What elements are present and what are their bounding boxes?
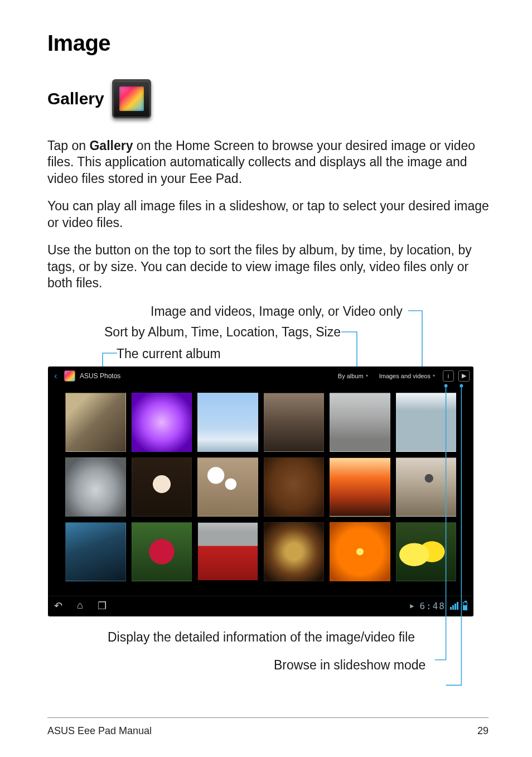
thumbnail[interactable] bbox=[330, 522, 390, 581]
status-area[interactable]: ▶ 6:48 bbox=[410, 601, 467, 611]
gallery-mini-icon[interactable] bbox=[64, 370, 75, 382]
thumbnail[interactable] bbox=[197, 522, 258, 581]
text: Tap on bbox=[47, 138, 89, 153]
nav-back-icon[interactable]: ↶ bbox=[54, 600, 62, 612]
thumbnail[interactable] bbox=[264, 522, 325, 581]
slideshow-icon[interactable]: ▶ bbox=[458, 370, 470, 382]
thumbnail[interactable] bbox=[197, 393, 258, 452]
current-album-label[interactable]: ASUS Photos bbox=[80, 372, 120, 380]
thumbnail[interactable] bbox=[264, 393, 325, 452]
clock-text: 6:48 bbox=[419, 601, 446, 611]
thumbnail[interactable] bbox=[396, 522, 457, 581]
paragraph-2: You can play all image files in a slides… bbox=[47, 198, 490, 231]
back-icon[interactable]: ‹ bbox=[52, 371, 60, 381]
paragraph-3: Use the button on the top to sort the fi… bbox=[47, 242, 490, 291]
paragraph-1: Tap on Gallery on the Home Screen to bro… bbox=[47, 138, 490, 187]
thumbnail[interactable] bbox=[330, 393, 390, 452]
thumbnail[interactable] bbox=[396, 393, 457, 452]
nav-recent-icon[interactable]: ❐ bbox=[98, 600, 107, 612]
thumbnail[interactable] bbox=[396, 457, 457, 517]
signal-icon bbox=[450, 602, 458, 610]
page-footer: ASUS Eee Pad Manual 29 bbox=[47, 725, 489, 737]
callout-filter: Image and videos, Image only, or Video o… bbox=[151, 303, 490, 320]
battery-icon bbox=[463, 602, 467, 610]
thumbnail[interactable] bbox=[132, 522, 192, 581]
footer-page-number: 29 bbox=[477, 725, 489, 737]
callouts-top: Image and videos, Image only, or Video o… bbox=[47, 303, 490, 363]
thumbnail[interactable] bbox=[264, 457, 325, 517]
callouts-bottom: Display the detailed information of the … bbox=[47, 628, 490, 674]
bold-gallery: Gallery bbox=[89, 138, 133, 153]
thumbnail[interactable] bbox=[65, 457, 126, 517]
sort-button[interactable]: By album▾ bbox=[335, 372, 371, 380]
info-icon[interactable]: i bbox=[443, 370, 454, 382]
play-indicator-icon: ▶ bbox=[410, 602, 415, 610]
callout-info: Display the detailed information of the … bbox=[108, 628, 490, 646]
thumbnail[interactable] bbox=[65, 522, 126, 581]
callout-current-album: The current album bbox=[117, 345, 490, 363]
thumbnail-grid bbox=[49, 385, 473, 596]
thumbnail[interactable] bbox=[132, 393, 192, 452]
nav-home-icon[interactable]: ⌂ bbox=[77, 600, 83, 612]
thumbnail[interactable] bbox=[132, 457, 192, 517]
callout-slideshow: Browse in slideshow mode bbox=[274, 656, 490, 674]
gallery-topbar: ‹ ASUS Photos By album▾ Images and video… bbox=[49, 367, 473, 385]
page-title: Image bbox=[47, 31, 490, 56]
android-navbar: ↶ ⌂ ❐ ▶ 6:48 bbox=[49, 596, 473, 616]
thumbnail[interactable] bbox=[65, 393, 126, 452]
gallery-screenshot: ‹ ASUS Photos By album▾ Images and video… bbox=[49, 367, 473, 616]
thumbnail[interactable] bbox=[330, 457, 390, 517]
filter-button[interactable]: Images and videos▾ bbox=[376, 372, 438, 380]
footer-manual-title: ASUS Eee Pad Manual bbox=[47, 725, 152, 737]
section-heading: Gallery bbox=[47, 89, 104, 108]
gallery-app-icon bbox=[112, 79, 151, 118]
callout-sort: Sort by Album, Time, Location, Tags, Siz… bbox=[104, 324, 490, 341]
footer-divider bbox=[47, 717, 489, 718]
thumbnail[interactable] bbox=[197, 457, 258, 517]
